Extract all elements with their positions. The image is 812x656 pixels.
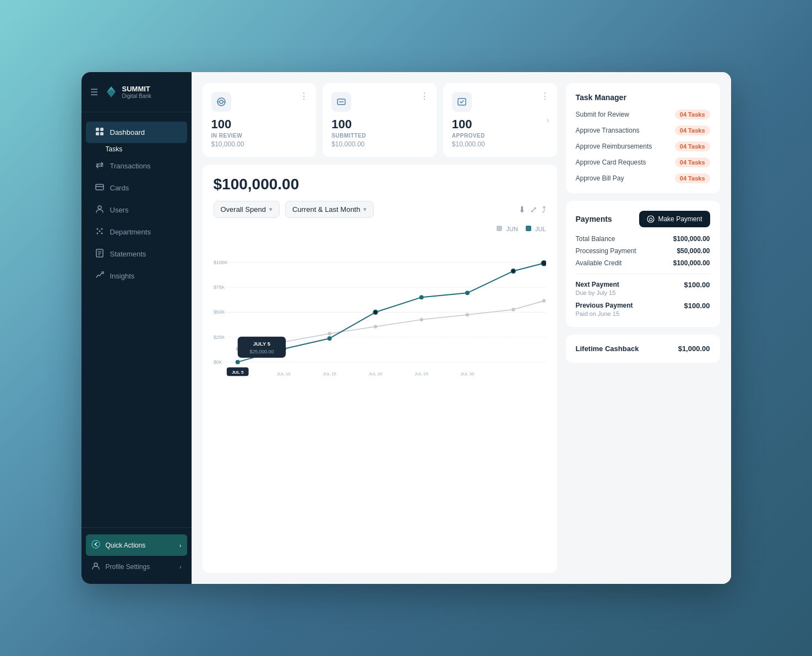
svg-text:JULY 5: JULY 5	[253, 341, 270, 347]
transactions-icon	[95, 161, 105, 171]
svg-point-41	[511, 308, 515, 311]
stat-card-more-3[interactable]: ⋮	[541, 91, 549, 101]
quick-actions-label: Quick Actions	[106, 542, 146, 549]
approved-number: 100	[452, 117, 548, 132]
profile-settings-item[interactable]: Profile Settings ›	[86, 556, 187, 577]
insights-label: Insights	[110, 272, 135, 280]
svg-point-37	[328, 332, 331, 335]
svg-point-6	[98, 206, 101, 209]
task-item-1: Submit for Review 04 Tasks	[576, 110, 710, 119]
sidebar: ☰ SUMMIT Digital Bank	[81, 72, 192, 584]
sidebar-item-tasks[interactable]: Tasks	[81, 144, 192, 155]
svg-text:$100K: $100K	[214, 260, 227, 265]
task-badge-4[interactable]: 04 Tasks	[675, 157, 710, 167]
date-range-dropdown[interactable]: Current & Last Month ▾	[285, 201, 374, 218]
task-badge-5[interactable]: 04 Tasks	[675, 173, 710, 183]
previous-payment-label: Previous Payment	[576, 302, 633, 309]
menu-icon[interactable]: ☰	[90, 87, 98, 97]
svg-point-42	[542, 299, 545, 302]
users-icon	[95, 205, 105, 215]
insights-icon	[95, 271, 105, 281]
task-item-3: Approve Reimbursements 04 Tasks	[576, 141, 710, 151]
sidebar-item-cards[interactable]: Cards	[86, 177, 187, 199]
previous-payment-sub: Paid on June 15	[576, 310, 633, 317]
dashboard-icon	[95, 127, 105, 138]
svg-point-10	[101, 233, 102, 234]
svg-rect-2	[96, 132, 99, 135]
chart-svg: $100K $75K $50K $25K $0K	[214, 237, 546, 402]
sidebar-logo: SUMMIT Digital Bank	[103, 84, 151, 100]
task-badge-2[interactable]: 04 Tasks	[675, 125, 710, 135]
svg-point-45	[327, 336, 331, 341]
cashback-card: Lifetime Cashback $1,000.00	[566, 335, 720, 363]
approved-icon	[452, 92, 472, 112]
expand-icon[interactable]: ⤢	[530, 205, 537, 215]
legend-jul: JUL	[526, 226, 546, 232]
task-badge-3[interactable]: 04 Tasks	[675, 141, 710, 151]
chart-card: $100,000.00 Overall Spend ▾ Current & La…	[203, 165, 557, 573]
svg-point-17	[94, 563, 97, 566]
svg-point-38	[373, 325, 377, 328]
in-review-icon	[211, 92, 231, 112]
task-label-2: Approve Transactions	[576, 127, 640, 134]
main-content: ⋮ 100 IN REVIEW $10,000.00	[192, 72, 731, 584]
stat-card-submitted: ⋮ 100 SUBMITTED $10,000.00	[323, 83, 437, 157]
approved-amount: $10,000.00	[452, 140, 548, 148]
departments-icon	[95, 227, 105, 237]
payment-row-available-credit: Available Credit $100,000.00	[576, 259, 710, 267]
quick-actions-item[interactable]: Quick Actions ›	[86, 534, 187, 556]
sidebar-item-users[interactable]: Users	[86, 199, 187, 221]
overall-spend-dropdown[interactable]: Overall Spend ▾	[214, 201, 280, 218]
previous-payment-row: Previous Payment Paid on June 15 $100.00	[576, 302, 710, 317]
logo-icon	[103, 84, 119, 100]
processing-payment-label: Processing Payment	[576, 247, 636, 255]
departments-label: Departments	[110, 228, 151, 236]
overall-spend-label: Overall Spend	[221, 205, 266, 214]
stat-card-more-1[interactable]: ⋮	[299, 91, 308, 101]
task-label-4: Approve Card Requests	[576, 158, 646, 166]
stat-card-more-2[interactable]: ⋮	[420, 91, 429, 101]
payments-divider-1	[576, 274, 710, 274]
svg-point-19	[220, 100, 223, 103]
chart-legend: JUN JUL	[214, 226, 546, 232]
next-payment-sub: Due by July 15	[576, 289, 619, 296]
svg-point-47	[419, 295, 423, 299]
next-payment-value: $100.00	[684, 281, 710, 289]
svg-point-49	[511, 269, 515, 274]
svg-rect-4	[96, 184, 103, 190]
chart-area: $100K $75K $50K $25K $0K	[214, 237, 546, 402]
approved-arrow[interactable]: ›	[547, 116, 549, 124]
svg-point-8	[101, 228, 102, 230]
svg-rect-1	[100, 128, 103, 131]
share-icon[interactable]: ⤴	[542, 205, 546, 215]
sidebar-item-transactions[interactable]: Transactions	[86, 155, 187, 177]
make-payment-button[interactable]: Make Payment	[639, 211, 710, 227]
svg-point-48	[465, 291, 469, 295]
cashback-label: Lifetime Cashback	[576, 345, 639, 353]
sidebar-item-insights[interactable]: Insights	[86, 265, 187, 287]
task-badge-1[interactable]: 04 Tasks	[675, 110, 710, 119]
submitted-label: SUBMITTED	[331, 133, 428, 139]
chart-total: $100,000.00	[214, 176, 546, 193]
sidebar-item-departments[interactable]: Departments	[86, 221, 187, 243]
svg-point-50	[541, 261, 546, 266]
task-label-1: Submit for Review	[576, 111, 629, 118]
payments-title: Payments	[576, 215, 612, 223]
sidebar-item-statements[interactable]: Statements	[86, 243, 187, 265]
stat-cards-row: ⋮ 100 IN REVIEW $10,000.00	[203, 83, 557, 157]
tasks-label: Tasks	[106, 145, 123, 153]
next-payment-label: Next Payment	[576, 281, 619, 288]
download-icon[interactable]: ⬇	[519, 205, 526, 215]
sidebar-nav: Dashboard Tasks Transactions	[81, 112, 192, 527]
task-manager-title: Task Manager	[576, 93, 710, 102]
task-label-3: Approve Reimbursements	[576, 143, 652, 150]
cards-icon	[95, 183, 105, 193]
total-balance-value: $100,000.00	[673, 235, 710, 243]
svg-text:$75K: $75K	[214, 285, 225, 290]
statements-label: Statements	[110, 250, 146, 258]
svg-text:JUL 5: JUL 5	[231, 370, 243, 375]
submitted-icon	[331, 92, 351, 112]
sidebar-item-dashboard[interactable]: Dashboard	[86, 122, 187, 143]
svg-point-7	[96, 228, 98, 230]
svg-rect-0	[96, 128, 99, 131]
